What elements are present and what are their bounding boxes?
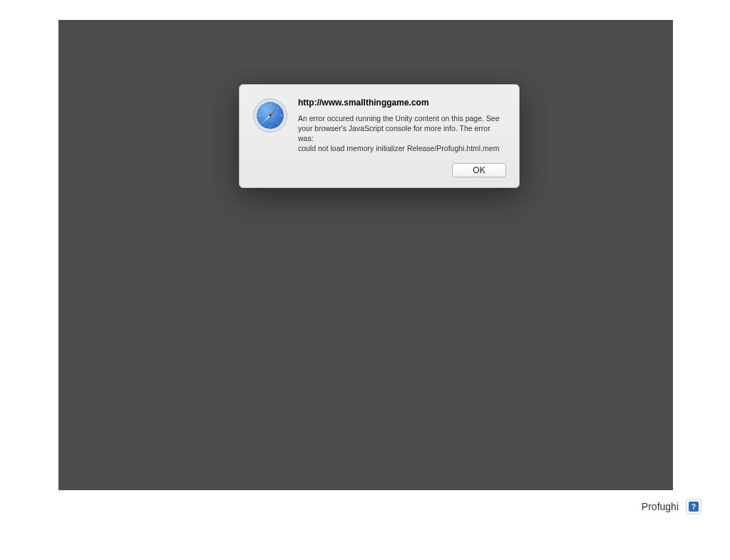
dialog-message: An error occured running the Unity conte… (298, 113, 506, 154)
game-title: Profughi (642, 501, 679, 512)
svg-point-15 (269, 115, 272, 117)
fullscreen-button[interactable]: ? (686, 499, 701, 514)
unity-footer: Profughi ? (642, 499, 701, 514)
ok-button[interactable]: OK (452, 163, 506, 177)
dialog-title: http://www.smallthinggame.com (298, 98, 506, 109)
safari-icon (252, 98, 288, 133)
question-icon: ? (689, 502, 699, 512)
javascript-alert-dialog: http://www.smallthinggame.com An error o… (239, 84, 520, 188)
